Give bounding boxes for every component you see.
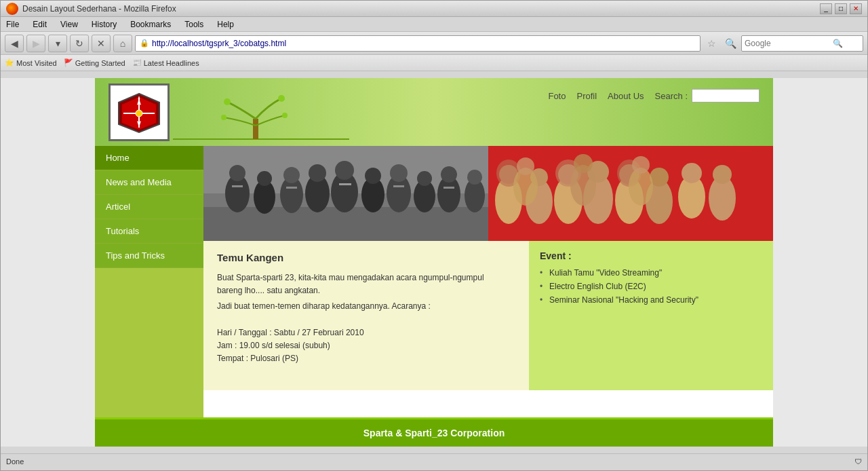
svg-point-65 <box>682 163 702 183</box>
search-submit-icon[interactable]: 🔍 <box>833 39 843 48</box>
home-button[interactable]: ⌂ <box>113 35 132 52</box>
svg-point-63 <box>632 156 650 174</box>
forward-button[interactable]: ▶ <box>26 35 45 52</box>
site-footer: Sparta & Sparti_23 Corporation <box>95 417 773 447</box>
event-title: Event : <box>540 250 762 261</box>
sidebar-item-news-and-media[interactable]: News and Media <box>95 170 203 195</box>
header-nav: Foto Profil About Us Search : <box>548 89 760 102</box>
uniform-photo-svg <box>488 146 746 241</box>
menu-file[interactable]: File <box>3 18 22 31</box>
logo-svg <box>115 90 163 134</box>
search-input[interactable] <box>745 39 833 48</box>
header-search-input[interactable] <box>692 89 760 102</box>
article-para-1: Buat Sparta-sparti 23, kita-kita mau men… <box>217 271 515 297</box>
search-engine-button[interactable]: 🔍 <box>722 35 738 52</box>
sidebar-item-tips-and-tricks[interactable]: Tips and Tricks <box>95 244 203 268</box>
group-photo-svg <box>203 146 488 241</box>
svg-point-61 <box>574 154 593 173</box>
search-box: 🔍 <box>741 35 863 52</box>
status-bar: Done 🛡 <box>1 453 867 468</box>
menu-history[interactable]: History <box>89 18 119 31</box>
nav-profil-link[interactable]: Profil <box>576 91 597 101</box>
svg-point-67 <box>713 165 732 184</box>
event-panel: Event : Kuliah Tamu "Video Streaming" El… <box>529 241 773 390</box>
site-header: Foto Profil About Us Search : <box>95 78 773 146</box>
footer-text: Sparta & Sparti_23 Corporation <box>363 428 505 438</box>
svg-rect-38 <box>286 187 297 189</box>
maximize-button[interactable]: □ <box>835 3 847 14</box>
menu-tools[interactable]: Tools <box>182 18 206 31</box>
address-input[interactable] <box>152 39 696 48</box>
svg-point-11 <box>224 98 231 105</box>
bookmark-latest-headlines[interactable]: 📰 Latest Headlines <box>132 58 199 67</box>
svg-point-6 <box>136 110 142 117</box>
rss-icon: 📰 <box>132 58 142 67</box>
nav-foto-link[interactable]: Foto <box>548 91 566 101</box>
svg-rect-40 <box>393 185 404 187</box>
window-controls: _ □ ✕ <box>820 3 862 14</box>
svg-point-10 <box>278 95 285 102</box>
bookmarks-bar: ⭐ Most Visited 🚩 Getting Started 📰 Lates… <box>1 55 867 71</box>
svg-rect-9 <box>253 119 258 139</box>
title-bar-left: Desain Layout Sederhana - Mozilla Firefo… <box>6 3 176 15</box>
banner-left-image <box>203 146 488 241</box>
svg-point-18 <box>229 165 245 181</box>
sidebar-item-tutorials[interactable]: Tutorials <box>95 219 203 244</box>
back-button[interactable]: ◀ <box>5 35 24 52</box>
svg-rect-37 <box>232 185 243 187</box>
event-item-3: Seminar Nasional "Hacking and Security" <box>540 295 762 305</box>
svg-rect-39 <box>339 183 351 185</box>
article-para-2: Jadi buat temen-temen diharap kedatangan… <box>217 300 515 313</box>
banner-right-image <box>488 146 773 241</box>
security-status-icon: 🛡 <box>854 457 862 466</box>
article-main: Temu Kangen Buat Sparta-sparti 23, kita-… <box>203 241 529 390</box>
page-wrapper: Foto Profil About Us Search : Home News … <box>1 78 867 447</box>
logo-box <box>108 83 170 141</box>
menu-edit[interactable]: Edit <box>30 18 50 31</box>
address-bar[interactable]: 🔒 <box>135 35 701 52</box>
content-area: Temu Kangen Buat Sparta-sparti 23, kita-… <box>203 146 773 417</box>
svg-point-32 <box>417 171 432 186</box>
flag-icon: 🚩 <box>64 58 73 67</box>
menu-help[interactable]: Help <box>214 18 237 31</box>
svg-point-20 <box>257 171 272 186</box>
svg-point-13 <box>221 115 226 120</box>
bookmark-getting-started[interactable]: 🚩 Getting Started <box>64 58 125 67</box>
article-section: Temu Kangen Buat Sparta-sparti 23, kita-… <box>203 241 773 390</box>
close-button[interactable]: ✕ <box>850 3 862 14</box>
main-layout: Home News and Media Articel Tutorials Ti… <box>95 146 773 417</box>
bookmark-label: Most Visited <box>16 59 57 67</box>
tree-decoration <box>173 92 309 143</box>
menu-view[interactable]: View <box>58 18 81 31</box>
nav-about-link[interactable]: About Us <box>608 91 644 101</box>
logo <box>114 88 165 136</box>
article-title: Temu Kangen <box>217 252 515 263</box>
bookmark-most-visited[interactable]: ⭐ Most Visited <box>5 58 57 67</box>
sidebar-item-home[interactable]: Home <box>95 146 203 170</box>
svg-point-34 <box>441 166 457 183</box>
svg-point-30 <box>390 164 408 182</box>
window-title: Desain Layout Sederhana - Mozilla Firefo… <box>22 4 176 14</box>
event-item-2: Electro English Club (E2C) <box>540 282 762 291</box>
svg-point-26 <box>335 161 354 180</box>
reload-button[interactable]: ↻ <box>70 35 89 52</box>
minimize-button[interactable]: _ <box>820 3 832 14</box>
article-body: Buat Sparta-sparti 23, kita-kita mau men… <box>217 271 515 365</box>
star-icon: ⭐ <box>5 58 14 67</box>
browser-window: Desain Layout Sederhana - Mozilla Firefo… <box>0 0 868 471</box>
sidebar-item-articel[interactable]: Articel <box>95 195 203 219</box>
svg-point-24 <box>309 164 326 182</box>
svg-point-59 <box>517 157 534 175</box>
svg-point-22 <box>283 167 300 183</box>
svg-point-28 <box>365 168 381 184</box>
bookmark-star-button[interactable]: ☆ <box>703 35 719 52</box>
search-label: Search : <box>655 91 688 101</box>
menu-bookmarks[interactable]: Bookmarks <box>127 18 174 31</box>
bookmark-label: Getting Started <box>75 59 125 67</box>
event-list: Kuliah Tamu "Video Streaming" Electro En… <box>540 268 762 305</box>
toolbar: ◀ ▶ ▾ ↻ ✕ ⌂ 🔒 ☆ 🔍 🔍 <box>1 32 867 55</box>
dropdown-button[interactable]: ▾ <box>48 35 67 52</box>
menu-bar: File Edit View History Bookmarks Tools H… <box>1 17 867 32</box>
website: Foto Profil About Us Search : Home News … <box>95 78 773 447</box>
stop-button[interactable]: ✕ <box>92 35 111 52</box>
